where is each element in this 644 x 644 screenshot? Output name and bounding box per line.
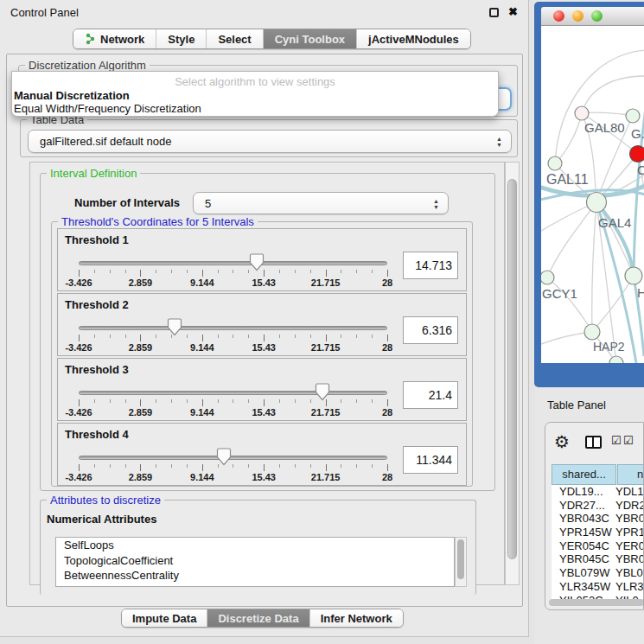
- tab-cyni-toolbox[interactable]: Cyni Toolbox: [264, 29, 357, 48]
- tab-label: jActiveMNodules: [368, 33, 459, 46]
- table-row[interactable]: YBL079WYBL0: [552, 566, 644, 580]
- tab-label: Infer Network: [321, 612, 392, 625]
- threshold-label: Threshold 3: [65, 363, 129, 376]
- thresholds-stack: Threshold 1 -3.426 2.859 9.144 15.43 21.…: [52, 228, 467, 488]
- close-icon[interactable]: ✖: [508, 5, 518, 18]
- slider-track[interactable]: [79, 326, 387, 330]
- threshold-value-field[interactable]: 14.713: [403, 252, 458, 279]
- tab-impute-data[interactable]: Impute Data: [122, 609, 207, 627]
- table-data-group: Table Data galFiltered.sif default node …: [20, 119, 518, 157]
- table-row[interactable]: YBR045CYBR0: [552, 552, 644, 566]
- split-columns-icon[interactable]: [585, 436, 602, 449]
- attribute-list-item[interactable]: BetweennessCentrality: [56, 568, 454, 583]
- slider-handle[interactable]: [216, 448, 232, 466]
- tab-select[interactable]: Select: [207, 29, 263, 48]
- control-panel-titlebar: Control Panel ✖: [0, 0, 528, 24]
- tick-label: 2.859: [129, 342, 153, 353]
- column-header-name[interactable]: n: [617, 464, 644, 485]
- slider-track[interactable]: [79, 391, 387, 395]
- table-row[interactable]: YLR345WYLR3: [552, 580, 644, 594]
- table-row[interactable]: YPR145WYPR1: [552, 526, 644, 539]
- table-row[interactable]: YDL19...YDL1: [552, 485, 644, 499]
- scrollbar-thumb[interactable]: [457, 539, 464, 579]
- node-label-gal80: GAL80: [584, 120, 625, 135]
- threshold-value-field[interactable]: 11.344: [403, 446, 458, 474]
- table-data-combobox[interactable]: galFiltered.sif default node ▲▼: [28, 130, 512, 153]
- network-graph: [541, 26, 644, 363]
- tab-label: Select: [218, 33, 251, 46]
- tick-label: -3.426: [65, 277, 92, 288]
- slider-track[interactable]: [79, 456, 387, 460]
- main-scrollbar[interactable]: [505, 162, 520, 585]
- table-toolbar: ⚙ ☑ ☑: [545, 423, 643, 462]
- tab-style[interactable]: Style: [156, 29, 207, 48]
- checkbox-icon[interactable]: ☑: [611, 434, 622, 447]
- tab-label: Style: [168, 33, 194, 46]
- attributes-group: Attributes to discretize Numerical Attri…: [40, 500, 476, 595]
- list-scrollbar[interactable]: [455, 537, 467, 587]
- tick-label: 9.144: [190, 277, 214, 288]
- group-title: Discretization Algorithm: [25, 59, 150, 72]
- cyni-toolbox-panel: Discretization Algorithm Table Data galF…: [6, 54, 523, 607]
- tick-label: 15.43: [252, 407, 276, 418]
- tab-jactivemnodules[interactable]: jActiveMNodules: [357, 29, 470, 48]
- thresholds-group: Threshold's Coordinates for 5 Intervals …: [51, 221, 473, 487]
- tick-label: 15.43: [252, 472, 276, 482]
- slider-handle[interactable]: [315, 383, 330, 401]
- float-window-icon[interactable]: [489, 8, 499, 17]
- slider-handle[interactable]: [167, 318, 182, 336]
- checkbox-icon[interactable]: ☑: [623, 434, 634, 447]
- dropdown-option-equal-width[interactable]: Equal Width/Frequency Discretization: [14, 102, 201, 115]
- num-intervals-combobox[interactable]: 5 ▲▼: [193, 192, 449, 214]
- node-label-partial-g: G.: [631, 126, 644, 141]
- tick-label: 21.715: [311, 277, 341, 288]
- algorithm-dropdown-popup: Select algorithm to view settings Manual…: [11, 71, 499, 117]
- tab-network[interactable]: Network: [73, 29, 156, 48]
- table-row[interactable]: YDR27...YDR2: [552, 499, 644, 513]
- top-tab-bar: Network Style Select Cyni Toolbox jActiv…: [73, 29, 471, 49]
- tick-label: 15.43: [252, 342, 276, 353]
- network-canvas[interactable]: GAL80 G. C GAL11 GAL4 GCY1 H HAP2: [541, 26, 644, 363]
- numerical-attributes-label: Numerical Attributes: [47, 513, 156, 526]
- group-title: Interval Definition: [47, 167, 140, 180]
- threshold-value-field[interactable]: 6.316: [403, 316, 458, 344]
- dropdown-hint: Select algorithm to view settings: [12, 75, 498, 88]
- slider-track[interactable]: [79, 261, 387, 265]
- stepper-arrows-icon[interactable]: ▲▼: [495, 133, 503, 150]
- table-row[interactable]: YER054CYER0: [552, 539, 644, 553]
- right-section: GAL80 G. C GAL11 GAL4 GCY1 H HAP2 Table …: [534, 0, 644, 644]
- attribute-list-item[interactable]: TopologicalCoefficient: [56, 553, 454, 569]
- threshold-panel: Threshold 1 -3.426 2.859 9.144 15.43 21.…: [57, 228, 467, 291]
- attribute-list-item[interactable]: SelfLoops: [56, 538, 454, 553]
- tab-label: Cyni Toolbox: [275, 33, 345, 46]
- tick-label: 28: [382, 472, 392, 482]
- minimize-traffic-light-icon[interactable]: [572, 10, 583, 22]
- node-label-hap2: HAP2: [593, 340, 625, 354]
- tick-label: 2.859: [129, 277, 153, 288]
- column-header-shared[interactable]: shared...: [552, 464, 616, 485]
- tick-label: 9.144: [190, 342, 214, 353]
- combo-value: galFiltered.sif default node: [40, 135, 171, 148]
- threshold-label: Threshold 1: [65, 233, 129, 246]
- stepper-arrows-icon[interactable]: ▲▼: [432, 195, 440, 212]
- dropdown-option-manual[interactable]: Manual Discretization: [14, 89, 130, 102]
- table-panel-titlebar: Table Panel: [534, 391, 644, 418]
- network-icon: [85, 33, 96, 45]
- threshold-value-field[interactable]: 21.4: [403, 381, 458, 409]
- gear-icon[interactable]: ⚙: [554, 431, 570, 452]
- node-label-partial-h: H: [637, 285, 644, 300]
- group-title: Attributes to discretize: [47, 494, 164, 507]
- table-panel: ⚙ ☑ ☑ shared... n YDL19...YDL1YDR27...YD…: [545, 422, 644, 610]
- zoom-traffic-light-icon[interactable]: [591, 10, 603, 22]
- node-label-gcy1: GCY1: [542, 286, 577, 301]
- slider-handle[interactable]: [249, 253, 265, 271]
- close-traffic-light-icon[interactable]: [553, 10, 564, 22]
- slider-major-ticks: [79, 335, 389, 341]
- table-row[interactable]: YBR043CYBR0: [552, 512, 644, 526]
- tab-infer-network[interactable]: Infer Network: [310, 609, 403, 627]
- table-rows: YDL19...YDL1YDR27...YDR2YBR043CYBR0YPR14…: [552, 485, 644, 599]
- tab-discretize-data[interactable]: Discretize Data: [207, 609, 309, 627]
- node-label-gal11: GAL11: [546, 172, 589, 188]
- horizontal-scrollbar[interactable]: [549, 599, 644, 606]
- scrollbar-thumb[interactable]: [507, 179, 517, 559]
